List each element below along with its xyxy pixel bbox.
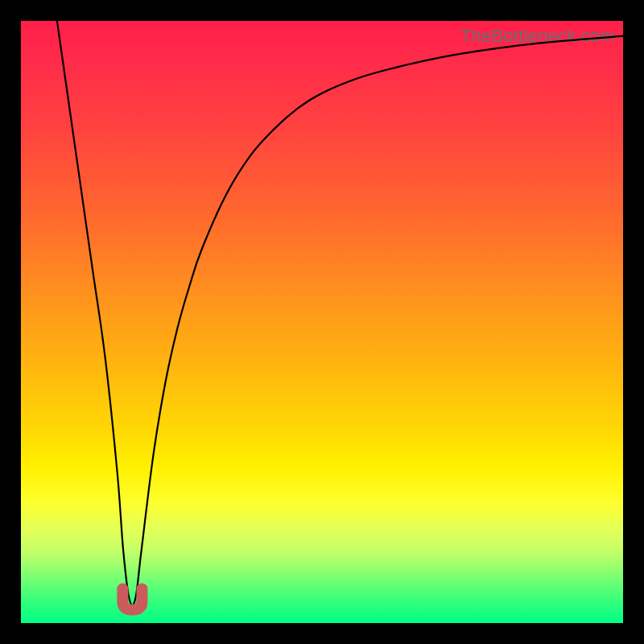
chart-plot-area: TheBottleneck.com	[21, 21, 623, 623]
chart-frame: TheBottleneck.com	[0, 0, 644, 644]
bottleneck-curve	[57, 21, 623, 605]
minimum-marker	[122, 589, 142, 610]
watermark-text: TheBottleneck.com	[460, 26, 615, 47]
chart-curve-layer	[21, 21, 623, 623]
